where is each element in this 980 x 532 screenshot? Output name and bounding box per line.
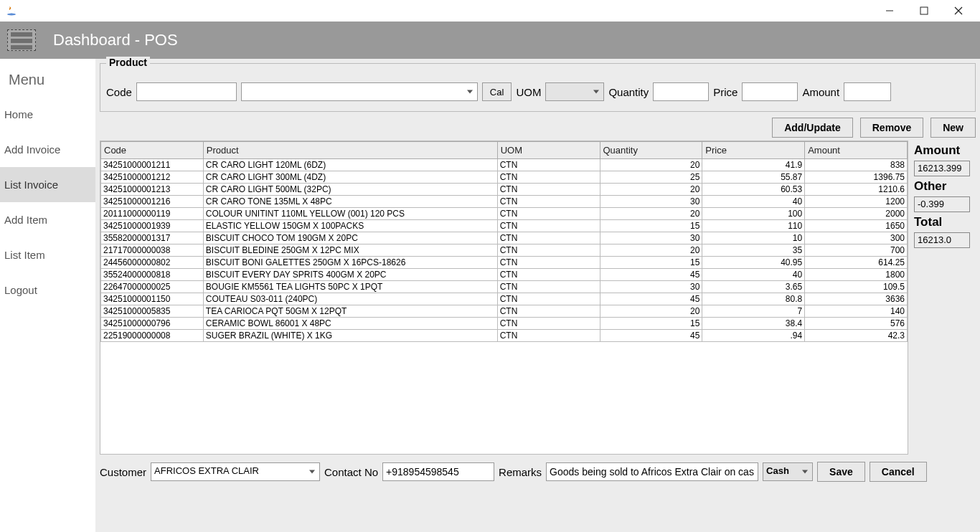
contact-input[interactable]: [382, 462, 494, 481]
cell-code: 34251000005835: [101, 305, 204, 318]
cell-uom: CTN: [497, 269, 600, 281]
cell-qty: 45: [600, 269, 702, 281]
cell-price: 35: [702, 244, 805, 257]
cell-qty: 15: [600, 220, 702, 232]
cell-product: COLOUR UNITINT 110ML YELLOW (001) 120 PC…: [203, 208, 497, 220]
cell-code: 35582000001317: [101, 232, 204, 244]
cell-uom: CTN: [497, 232, 600, 244]
cell-product: ELASTIC YELLOW 150GM X 100PACKS: [203, 220, 497, 232]
close-button[interactable]: [950, 2, 967, 19]
code-label: Code: [106, 86, 132, 98]
table-row[interactable]: 34251000001216CR CARO TONE 135ML X 48PCC…: [101, 196, 908, 208]
payment-combo[interactable]: Cash: [763, 462, 813, 481]
menu-icon[interactable]: [7, 29, 36, 51]
cell-qty: 30: [600, 232, 702, 244]
table-row[interactable]: 21717000000038BISCUIT BLEDINE 250GM X 12…: [101, 244, 908, 257]
table-row[interactable]: 34251000000796CERAMIC BOWL 86001 X 48PCC…: [101, 318, 908, 330]
sidebar-item-list-item[interactable]: List Item: [0, 237, 95, 272]
cell-uom: CTN: [497, 257, 600, 269]
table-row[interactable]: 34251000005835TEA CARIOCA PQT 50GM X 12P…: [101, 305, 908, 318]
app-title: Dashboard - POS: [53, 31, 178, 49]
cell-product: BISCUIT BLEDINE 250GM X 12PC MIX: [203, 244, 497, 257]
code-input[interactable]: [136, 82, 237, 101]
customer-combo[interactable]: AFRICOS EXTRA CLAIR: [151, 462, 320, 481]
table-row[interactable]: 22519000000008SUGER BRAZIL (WHITE) X 1KG…: [101, 330, 908, 342]
cell-product: CR CARO LIGHT 500ML (32PC): [203, 184, 497, 196]
cell-product: COUTEAU S03-011 (240PC): [203, 293, 497, 305]
cell-amount: 1650: [805, 220, 908, 232]
remove-button[interactable]: Remove: [860, 118, 923, 138]
cell-price: 10: [702, 232, 805, 244]
product-name-combo[interactable]: [241, 82, 478, 101]
quantity-input[interactable]: [653, 82, 709, 101]
body-area: Menu HomeAdd InvoiceList InvoiceAdd Item…: [0, 59, 980, 532]
cell-product: CERAMIC BOWL 86001 X 48PC: [203, 318, 497, 330]
remarks-input[interactable]: [546, 462, 758, 481]
cell-code: 34251000001211: [101, 159, 204, 171]
col-header[interactable]: Code: [101, 142, 204, 159]
cell-code: 34251000001213: [101, 184, 204, 196]
col-header[interactable]: Amount: [805, 142, 908, 159]
cell-uom: CTN: [497, 208, 600, 220]
amount-input[interactable]: [844, 82, 891, 101]
invoice-table[interactable]: CodeProductUOMQuantityPriceAmount 342510…: [100, 141, 908, 455]
table-row[interactable]: 34251000001213CR CARO LIGHT 500ML (32PC)…: [101, 184, 908, 196]
cell-qty: 20: [600, 208, 702, 220]
cell-uom: CTN: [497, 244, 600, 257]
sidebar-item-home[interactable]: Home: [0, 97, 95, 132]
cell-code: 22647000000025: [101, 281, 204, 293]
svg-point-0: [7, 14, 16, 16]
save-button[interactable]: Save: [817, 462, 865, 482]
cell-code: 21717000000038: [101, 244, 204, 257]
sidebar-item-list-invoice[interactable]: List Invoice: [0, 167, 95, 202]
col-header[interactable]: Product: [203, 142, 497, 159]
minimize-button[interactable]: [881, 2, 898, 19]
cell-code: 34251000001939: [101, 220, 204, 232]
cell-code: 34251000001216: [101, 196, 204, 208]
price-input[interactable]: [742, 82, 798, 101]
cell-amount: 1210.6: [805, 184, 908, 196]
table-row[interactable]: 34251000001211CR CARO LIGHT 120ML (6DZ)C…: [101, 159, 908, 171]
table-row[interactable]: 35582000001317BISCUIT CHOCO TOM 190GM X …: [101, 232, 908, 244]
cell-amount: 300: [805, 232, 908, 244]
cell-code: 34251000001150: [101, 293, 204, 305]
cell-price: 80.8: [702, 293, 805, 305]
sidebar-item-logout[interactable]: Logout: [0, 272, 95, 308]
table-row[interactable]: 35524000000818BISCUIT EVERY DAY SPRITS 4…: [101, 269, 908, 281]
table-row[interactable]: 22647000000025BOUGIE KM5561 TEA LIGHTS 5…: [101, 281, 908, 293]
cell-price: 110: [702, 220, 805, 232]
col-header[interactable]: Quantity: [600, 142, 702, 159]
cell-uom: CTN: [497, 220, 600, 232]
sidebar-item-add-item[interactable]: Add Item: [0, 202, 95, 237]
maximize-button[interactable]: [915, 2, 933, 19]
sidebar-header: Menu: [0, 59, 95, 97]
table-row[interactable]: 34251000001939ELASTIC YELLOW 150GM X 100…: [101, 220, 908, 232]
col-header[interactable]: Price: [702, 142, 805, 159]
cell-uom: CTN: [497, 330, 600, 342]
cell-amount: 3636: [805, 293, 908, 305]
col-header[interactable]: UOM: [497, 142, 600, 159]
table-row[interactable]: 34251000001212CR CARO LIGHT 300ML (4DZ)C…: [101, 171, 908, 184]
cell-qty: 25: [600, 171, 702, 184]
cell-amount: 140: [805, 305, 908, 318]
cell-product: TEA CARIOCA PQT 50GM X 12PQT: [203, 305, 497, 318]
add-update-button[interactable]: Add/Update: [772, 118, 853, 138]
table-row[interactable]: 34251000001150COUTEAU S03-011 (240PC)CTN…: [101, 293, 908, 305]
cell-qty: 45: [600, 330, 702, 342]
cell-amount: 1396.75: [805, 171, 908, 184]
cell-product: BISCUIT BONI GALETTES 250GM X 16PCS-1862…: [203, 257, 497, 269]
cell-price: 7: [702, 305, 805, 318]
cal-button[interactable]: Cal: [482, 82, 512, 101]
cell-qty: 30: [600, 196, 702, 208]
new-button[interactable]: New: [930, 118, 976, 138]
cell-code: 34251000000796: [101, 318, 204, 330]
amount-label: Amount: [802, 86, 839, 98]
totals-amount-value: 16213.399: [914, 161, 970, 176]
sidebar-item-add-invoice[interactable]: Add Invoice: [0, 132, 95, 167]
java-icon: [6, 5, 17, 16]
table-row[interactable]: 24456000000802BISCUIT BONI GALETTES 250G…: [101, 257, 908, 269]
cell-amount: 838: [805, 159, 908, 171]
table-row[interactable]: 20111000000119COLOUR UNITINT 110ML YELLO…: [101, 208, 908, 220]
cancel-button[interactable]: Cancel: [870, 462, 927, 482]
uom-combo[interactable]: [545, 82, 604, 101]
